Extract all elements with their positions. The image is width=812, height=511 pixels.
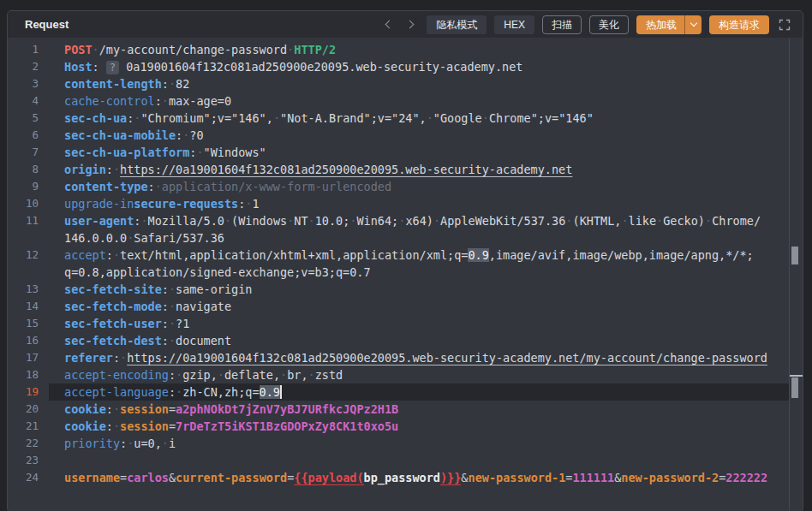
line-number[interactable]: 6 xyxy=(8,127,49,144)
line-number[interactable]: 9 xyxy=(8,178,49,195)
line-number[interactable]: 21 xyxy=(8,418,49,435)
code-segment: q=0.8,application/signed-exchange;v=b3;q… xyxy=(64,265,371,279)
code-segment: · xyxy=(169,300,176,313)
code-segment: : xyxy=(162,317,169,330)
code-text: cache-control:·max-age=0 xyxy=(49,92,789,110)
line-number[interactable]: 19 xyxy=(8,383,49,401)
chevron-right-icon[interactable] xyxy=(403,17,419,33)
code-line[interactable]: 11user-agent:·Mozilla/5.0·(Windows·NT·10… xyxy=(8,212,789,229)
hot-reload-button[interactable]: 热加载 xyxy=(636,15,684,34)
code-line[interactable]: 2Host: ? 0a19001604f132c081ad250900e2009… xyxy=(8,58,789,75)
code-text: referer:·https://0a19001604f132c081ad250… xyxy=(49,349,789,366)
code-segment: : xyxy=(169,368,176,382)
code-text: sec-ch-ua-mobile:·?0 xyxy=(49,127,789,144)
code-line[interactable]: 15sec-fetch-user:·?1 xyxy=(8,315,789,332)
code-text: content-length:·82 xyxy=(49,75,789,92)
line-number[interactable]: 4 xyxy=(8,92,49,110)
line-number[interactable]: 5 xyxy=(8,110,49,127)
line-number[interactable]: 13 xyxy=(8,281,49,298)
code-line[interactable]: 7sec-ch-ua-platform:·"Windows" xyxy=(8,144,789,161)
scan-button[interactable]: 扫描 xyxy=(542,15,582,34)
line-number[interactable]: 11 xyxy=(8,212,49,229)
code-segment: · xyxy=(169,334,176,348)
line-number[interactable] xyxy=(8,264,49,281)
chevron-down-icon[interactable] xyxy=(684,15,702,34)
line-number[interactable]: 15 xyxy=(8,315,49,332)
url-link[interactable]: https://0a19001604f132c081ad250900e20095… xyxy=(120,163,572,176)
code-line[interactable]: 12accept:·text/html,application/xhtml+xm… xyxy=(8,247,789,264)
code-segment: accept xyxy=(64,248,106,262)
code-segment: ?1 xyxy=(176,317,189,330)
ruler-cursor-marker xyxy=(790,375,803,377)
code-line[interactable]: 23 xyxy=(8,452,789,469)
code-segment: sec-fetch-user xyxy=(64,317,162,330)
code-line[interactable]: 13sec-fetch-site:·same-origin xyxy=(8,281,789,298)
code-segment: navigate xyxy=(176,300,231,313)
build-request-button[interactable]: 构造请求 xyxy=(709,15,769,34)
line-number[interactable]: 14 xyxy=(8,298,49,315)
code-segment: & xyxy=(169,471,176,484)
code-line[interactable]: 1POST·/my-account/change-password·HTTP/2 xyxy=(8,41,789,58)
code-line[interactable]: 6sec-ch-ua-mobile:·?0 xyxy=(8,127,789,144)
code-segment: 0a19001604f132c081ad250900e20095.web-sec… xyxy=(126,60,522,74)
line-number[interactable]: 1 xyxy=(8,41,49,58)
code-line[interactable]: 9content-type:·application/x-www-form-ur… xyxy=(8,178,789,195)
code-segment: & xyxy=(461,471,468,484)
code-line[interactable]: 16sec-fetch-dest:·document xyxy=(8,332,789,349)
code-line[interactable]: 21cookie:·session=7rDeTzT5iKST1BzGDOPxZy… xyxy=(8,418,789,435)
code-text: cookie:·session=7rDeTzT5iKST1BzGDOPxZy8C… xyxy=(49,418,789,435)
line-number[interactable]: 16 xyxy=(8,332,49,349)
code-line[interactable]: 5sec-ch-ua:·"Chromium";v="146",·"Not-A.B… xyxy=(8,110,789,127)
code-line[interactable]: 4cache-control:·max-age=0 xyxy=(8,92,789,110)
overview-ruler[interactable] xyxy=(789,39,803,511)
code-line[interactable]: 24username=carlos&current-password={{pay… xyxy=(8,469,789,486)
code-segment: = xyxy=(169,419,176,433)
code-segment: · xyxy=(169,317,176,330)
line-number[interactable]: 17 xyxy=(8,349,49,366)
code-segment: u=0, xyxy=(134,437,162,450)
line-number[interactable]: 2 xyxy=(8,58,49,75)
code-line[interactable]: 8origin:·https://0a19001604f132c081ad250… xyxy=(8,161,789,178)
code-line[interactable]: 18accept-encoding:·gzip,·deflate,·br,·zs… xyxy=(8,366,789,383)
code-segment: username xyxy=(64,471,120,484)
code-segment: 222222 xyxy=(725,471,767,484)
code-line[interactable]: 3content-length:·82 xyxy=(8,75,789,92)
line-number[interactable]: 8 xyxy=(8,161,49,178)
code-segment: AppleWebKit/537.36 xyxy=(440,214,565,228)
code-segment: sec-ch-ua xyxy=(64,111,127,125)
line-number[interactable]: 7 xyxy=(8,144,49,161)
code-line[interactable]: 22priority:·u=0,·i xyxy=(8,435,789,452)
code-segment: content-type xyxy=(64,180,148,193)
line-number[interactable]: 22 xyxy=(8,435,49,452)
line-number[interactable]: 3 xyxy=(8,75,49,92)
code-line[interactable]: 19accept-language:·zh-CN,zh;q=0.9 xyxy=(8,383,789,401)
privacy-mode-button[interactable]: 隐私模式 xyxy=(427,15,487,34)
code-text: sec-ch-ua:·"Chromium";v="146",·"Not-A.Br… xyxy=(49,110,789,127)
code-line[interactable]: 146.0.0.0·Safari/537.36 xyxy=(8,229,789,247)
line-number[interactable] xyxy=(8,229,49,247)
code-line[interactable]: 20cookie:·session=a2phNOkDt7jZnV7yBJ7URf… xyxy=(8,401,789,418)
line-number[interactable]: 10 xyxy=(8,195,49,212)
chevron-left-icon[interactable] xyxy=(380,17,396,33)
code-segment: Safari/537.36 xyxy=(134,231,224,245)
code-segment: : xyxy=(106,419,113,433)
beautify-button[interactable]: 美化 xyxy=(589,15,629,34)
expand-icon[interactable] xyxy=(777,17,792,33)
line-number[interactable]: 20 xyxy=(8,401,49,418)
line-number[interactable]: 23 xyxy=(8,452,49,469)
line-number[interactable]: 24 xyxy=(8,469,49,486)
code-line[interactable]: 14sec-fetch-mode:·navigate xyxy=(8,298,789,315)
code-line[interactable]: q=0.8,application/signed-exchange;v=b3;q… xyxy=(8,264,789,281)
host-info-badge[interactable]: ? xyxy=(106,61,119,74)
url-link[interactable]: https://0a19001604f132c081ad250900e20095… xyxy=(127,351,767,365)
code-line[interactable]: 10upgrade-insecure-requests:·1 xyxy=(8,195,789,212)
line-number[interactable]: 18 xyxy=(8,366,49,383)
code-rows: 1POST·/my-account/change-password·HTTP/2… xyxy=(8,41,789,486)
code-line[interactable]: 17referer:·https://0a19001604f132c081ad2… xyxy=(8,349,789,366)
code-text: priority:·u=0,·i xyxy=(49,435,789,452)
code-text: sec-fetch-dest:·document xyxy=(49,332,789,349)
http-request-editor[interactable]: 1POST·/my-account/change-password·HTTP/2… xyxy=(8,39,803,511)
line-number[interactable]: 12 xyxy=(8,247,49,264)
code-segment: max-age=0 xyxy=(169,94,231,108)
hex-button[interactable]: HEX xyxy=(494,15,534,34)
